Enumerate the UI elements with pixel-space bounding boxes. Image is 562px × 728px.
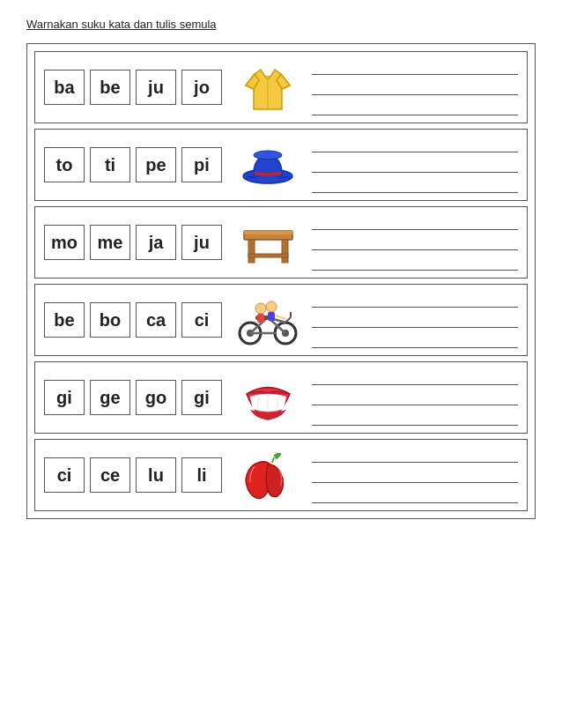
syllable-bo: bo bbox=[90, 302, 130, 338]
write-line[interactable] bbox=[312, 100, 518, 115]
write-line[interactable] bbox=[312, 332, 518, 348]
image-table bbox=[236, 214, 299, 271]
write-line[interactable] bbox=[312, 292, 518, 308]
write-line[interactable] bbox=[312, 79, 518, 95]
write-line[interactable] bbox=[312, 410, 518, 426]
image-hat bbox=[236, 137, 299, 193]
syllable-gi: gi bbox=[44, 380, 85, 415]
syllable-ca: ca bbox=[136, 302, 176, 338]
syllable-ce: ce bbox=[90, 457, 130, 493]
write-line[interactable] bbox=[312, 447, 518, 463]
row-5: gi ge go gi bbox=[34, 361, 528, 434]
write-line[interactable] bbox=[312, 255, 518, 271]
syllable-jo: jo bbox=[181, 70, 222, 105]
row-3: mo me ja ju bbox=[34, 206, 528, 279]
write-area-6 bbox=[312, 447, 518, 503]
row-2: to ti pe pi bbox=[34, 129, 528, 201]
syllable-to: to bbox=[44, 147, 85, 182]
svg-rect-8 bbox=[248, 240, 255, 263]
row-4: be bo ca ci bbox=[34, 284, 528, 356]
row-6: ci ce lu li bbox=[34, 439, 528, 511]
write-line[interactable] bbox=[312, 137, 518, 152]
write-line[interactable] bbox=[312, 369, 518, 385]
syllable-ti: ti bbox=[90, 147, 130, 182]
svg-line-26 bbox=[275, 316, 286, 319]
syllable-be2: be bbox=[44, 302, 85, 338]
write-area-4 bbox=[312, 292, 518, 348]
write-area-5 bbox=[312, 369, 518, 426]
svg-rect-10 bbox=[248, 254, 288, 257]
syllable-li: li bbox=[181, 457, 222, 493]
write-line[interactable] bbox=[312, 59, 518, 75]
syllable-go: go bbox=[136, 380, 176, 415]
image-smile bbox=[236, 369, 299, 426]
svg-rect-23 bbox=[257, 314, 264, 323]
write-line[interactable] bbox=[312, 390, 518, 405]
syllable-ge: ge bbox=[90, 380, 130, 415]
write-line[interactable] bbox=[312, 467, 518, 483]
syllable-pi: pi bbox=[181, 147, 222, 182]
write-line[interactable] bbox=[312, 157, 518, 173]
svg-point-22 bbox=[255, 303, 266, 314]
svg-point-24 bbox=[266, 301, 277, 312]
write-area-2 bbox=[312, 137, 518, 193]
svg-point-5 bbox=[254, 151, 282, 160]
write-line[interactable] bbox=[312, 312, 518, 328]
syllable-be: be bbox=[90, 70, 130, 105]
syllable-gi2: gi bbox=[181, 380, 222, 415]
svg-rect-9 bbox=[282, 240, 288, 263]
rows-container: ba be ju jo to ti bbox=[26, 43, 536, 519]
svg-rect-25 bbox=[268, 312, 275, 321]
syllable-ju: ju bbox=[136, 70, 176, 105]
image-shirt bbox=[236, 59, 299, 115]
write-area-3 bbox=[312, 214, 518, 271]
syllable-lu: lu bbox=[136, 457, 176, 493]
write-line[interactable] bbox=[312, 234, 518, 250]
svg-rect-7 bbox=[244, 231, 292, 234]
write-line[interactable] bbox=[312, 214, 518, 230]
image-chili bbox=[236, 447, 299, 503]
syllable-ci: ci bbox=[181, 302, 222, 338]
write-line[interactable] bbox=[312, 177, 518, 193]
write-line[interactable] bbox=[312, 487, 518, 503]
syllable-me: me bbox=[90, 225, 130, 260]
syllable-ja: ja bbox=[136, 225, 176, 260]
syllable-ci2: ci bbox=[44, 457, 85, 493]
syllable-ju2: ju bbox=[181, 225, 222, 260]
page-title: Warnakan suku kata dan tulis semula bbox=[26, 18, 536, 31]
syllable-ba: ba bbox=[44, 70, 85, 105]
svg-line-30 bbox=[272, 457, 274, 463]
syllable-pe: pe bbox=[136, 147, 176, 182]
image-motorcycle bbox=[236, 292, 299, 348]
syllable-mo: mo bbox=[44, 225, 85, 260]
write-area-1 bbox=[312, 59, 518, 115]
row-1: ba be ju jo bbox=[34, 51, 528, 123]
